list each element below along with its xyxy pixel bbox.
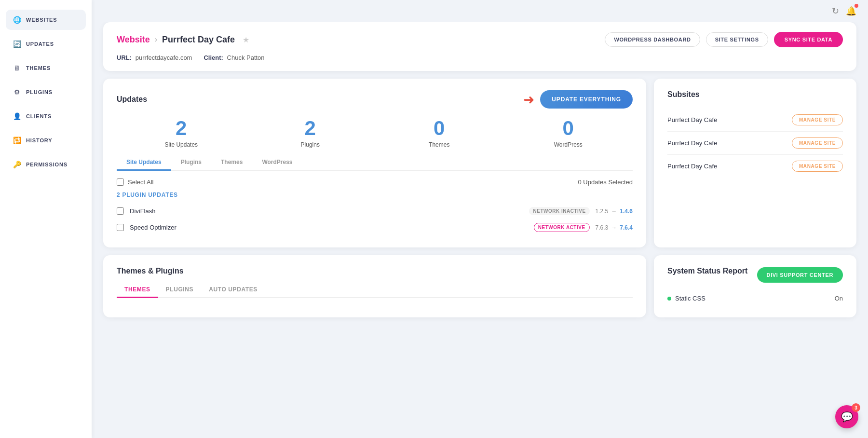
subsites-card: Subsites Purrfect Day Cafe MANAGE SITE P… [654, 79, 856, 247]
subsite-name-2: Purrfect Day Cafe [667, 139, 717, 147]
chat-notification-badge: 3 [852, 403, 860, 412]
tab-themes-plugins-themes[interactable]: THEMES [117, 283, 158, 298]
bottom-grid: Themes & Plugins THEMES PLUGINS AUTO UPD… [103, 255, 856, 317]
plugin-name-diviflash: DiviFlash [130, 207, 523, 215]
themes-icon: 🖥 [13, 64, 21, 72]
version-from-diviflash: 1.2.5 [596, 208, 609, 215]
sidebar-item-updates[interactable]: 🔄 UPDATES [6, 34, 86, 54]
themes-plugins-title: Themes & Plugins [117, 267, 633, 275]
sidebar-item-plugins[interactable]: ⚙ PLUGINS [6, 82, 86, 102]
breadcrumb-separator: › [155, 35, 157, 44]
notification-bell-icon[interactable]: 🔔 [846, 6, 856, 16]
main-grid: Updates ➜ UPDATE EVERYTHING 2 Site Updat… [103, 79, 856, 247]
stat-label-plugins: Plugins [246, 141, 375, 148]
plugin-checkbox-diviflash[interactable] [117, 207, 124, 215]
site-title: Purrfect Day Cafe [162, 35, 235, 45]
version-to-speed-optimizer: 7.6.4 [620, 224, 633, 231]
sidebar-item-themes[interactable]: 🖥 THEMES [6, 58, 86, 78]
sidebar-item-websites[interactable]: 🌐 WEBSITES [6, 10, 86, 30]
version-to-diviflash: 1.4.6 [620, 208, 633, 215]
manage-site-button-1[interactable]: MANAGE SITE [792, 114, 843, 125]
sidebar-item-history[interactable]: 🔁 HISTORY [6, 130, 86, 151]
stat-label-wordpress: WordPress [504, 141, 633, 148]
stat-number-wordpress: 0 [504, 118, 633, 138]
subsite-row-3: Purrfect Day Cafe MANAGE SITE [667, 155, 843, 178]
header-meta: URL: purrfectdaycafe.com Client: Chuck P… [117, 54, 843, 61]
status-dot-static-css [667, 297, 671, 301]
tab-themes-plugins-auto-updates[interactable]: AUTO UPDATES [201, 283, 265, 298]
update-everything-button[interactable]: UPDATE EVERYTHING [540, 90, 633, 109]
sidebar-label-updates: UPDATES [26, 41, 54, 47]
themes-plugins-card: Themes & Plugins THEMES PLUGINS AUTO UPD… [103, 255, 646, 317]
favorite-star-icon[interactable]: ★ [243, 35, 249, 44]
sidebar-item-clients[interactable]: 👤 CLIENTS [6, 106, 86, 126]
plugin-checkbox-speed-optimizer[interactable] [117, 224, 124, 231]
version-arrow-icon: → [611, 208, 617, 215]
system-status-header: System Status Report DIVI SUPPORT CENTER [667, 267, 843, 283]
client-value: Chuck Patton [227, 54, 265, 61]
globe-icon: 🌐 [13, 15, 21, 24]
plugin-badge-speed-optimizer: NETWORK ACTIVE [534, 223, 590, 232]
stat-label-themes: Themes [375, 141, 504, 148]
refresh-icon[interactable]: ↻ [832, 6, 839, 16]
select-all-checkbox[interactable] [117, 178, 124, 186]
themes-plugins-tab-bar: THEMES PLUGINS AUTO UPDATES [117, 283, 633, 298]
updates-header: Updates ➜ UPDATE EVERYTHING [117, 90, 633, 109]
sidebar-label-websites: WEBSITES [26, 17, 57, 23]
tab-themes-plugins-plugins[interactable]: PLUGINS [158, 283, 202, 298]
sidebar-label-permissions: PERMISSIONS [26, 162, 68, 167]
stats-row: 2 Site Updates 2 Plugins 0 Themes 0 Word… [117, 118, 633, 148]
updates-tab-bar: Site Updates Plugins Themes WordPress [117, 156, 633, 171]
client-info: Client: Chuck Patton [203, 54, 264, 61]
breadcrumb: Website › Purrfect Day Cafe ★ [117, 35, 249, 45]
subsites-title: Subsites [667, 90, 843, 99]
url-value: purrfectdaycafe.com [136, 54, 192, 61]
refresh-icon: 🔄 [13, 40, 21, 48]
status-name-static-css: Static CSS [675, 295, 705, 302]
wordpress-dashboard-button[interactable]: WORDPRESS DASHBOARD [605, 32, 700, 47]
url-label: URL: purrfectdaycafe.com [117, 54, 192, 61]
chat-bubble[interactable]: 💬 3 [835, 405, 858, 428]
stat-wordpress: 0 WordPress [504, 118, 633, 148]
breadcrumb-parent[interactable]: Website [117, 35, 150, 45]
status-info: Static CSS [667, 295, 705, 302]
sidebar-label-plugins: PLUGINS [26, 89, 53, 95]
site-settings-button[interactable]: SITE SETTINGS [706, 32, 768, 47]
select-all-label: Select All [128, 178, 153, 186]
subsite-name-1: Purrfect Day Cafe [667, 116, 717, 123]
manage-site-button-3[interactable]: MANAGE SITE [792, 161, 843, 172]
sidebar-item-permissions[interactable]: 🔑 PERMISSIONS [6, 154, 86, 175]
subsite-name-3: Purrfect Day Cafe [667, 163, 717, 170]
plugin-version-speed-optimizer: 7.6.3 → 7.6.4 [596, 224, 633, 231]
plugin-row-diviflash: DiviFlash NETWORK INACTIVE 1.2.5 → 1.4.6 [117, 203, 633, 219]
sync-site-data-button[interactable]: SYNC SITE DATA [774, 32, 843, 47]
site-header-card: Website › Purrfect Day Cafe ★ WORDPRESS … [103, 22, 856, 71]
updates-card: Updates ➜ UPDATE EVERYTHING 2 Site Updat… [103, 79, 646, 247]
sidebar: 🌐 WEBSITES 🔄 UPDATES 🖥 THEMES ⚙ PLUGINS … [0, 0, 92, 438]
tab-themes[interactable]: Themes [211, 156, 252, 171]
version-arrow-icon-2: → [611, 224, 617, 231]
version-from-speed-optimizer: 7.6.3 [596, 224, 609, 231]
plugins-icon: ⚙ [13, 88, 21, 96]
updates-selected-count: 0 Updates Selected [578, 178, 633, 186]
content-area: Website › Purrfect Day Cafe ★ WORDPRESS … [92, 22, 868, 438]
divi-support-center-button[interactable]: DIVI SUPPORT CENTER [757, 267, 843, 283]
tab-wordpress[interactable]: WordPress [252, 156, 302, 171]
plugin-badge-diviflash: NETWORK INACTIVE [529, 207, 589, 215]
permissions-icon: 🔑 [13, 160, 21, 169]
plugin-row-speed-optimizer: Speed Optimizer NETWORK ACTIVE 7.6.3 → 7… [117, 219, 633, 236]
manage-site-button-2[interactable]: MANAGE SITE [792, 137, 843, 149]
stat-plugins: 2 Plugins [246, 118, 375, 148]
sidebar-label-clients: CLIENTS [26, 113, 52, 119]
stat-number-plugins: 2 [246, 118, 375, 138]
tab-plugins[interactable]: Plugins [171, 156, 211, 171]
plugin-updates-count: 2 PLUGIN UPDATES [117, 192, 633, 198]
main-content: ↻ 🔔 Website › Purrfect Day Cafe ★ WORDPR… [92, 0, 868, 438]
header-top: Website › Purrfect Day Cafe ★ WORDPRESS … [117, 32, 843, 47]
header-actions: WORDPRESS DASHBOARD SITE SETTINGS SYNC S… [605, 32, 843, 47]
stat-number-site-updates: 2 [117, 118, 246, 138]
subsite-row-2: Purrfect Day Cafe MANAGE SITE [667, 132, 843, 155]
select-all-row: Select All 0 Updates Selected [117, 178, 633, 186]
tab-site-updates[interactable]: Site Updates [117, 156, 171, 171]
sidebar-label-themes: THEMES [26, 65, 51, 71]
